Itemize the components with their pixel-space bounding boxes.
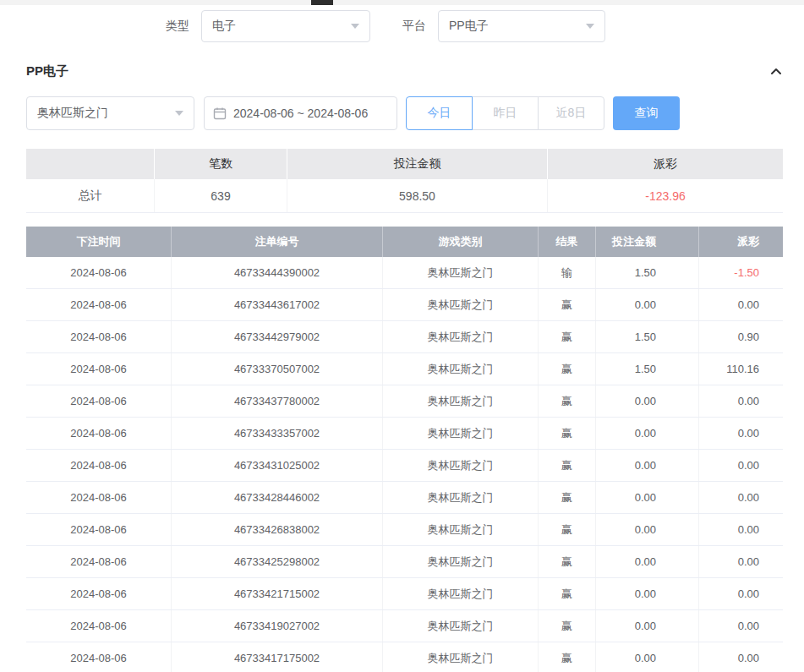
table-row: 2024-08-06 46733421715002 奥林匹斯之门 赢 0.00 … <box>26 578 783 610</box>
horizontal-scrollbar-thumb[interactable] <box>311 0 333 5</box>
cell-bet-time: 2024-08-06 <box>26 257 172 288</box>
cell-bet-amount: 0.00 <box>596 514 699 545</box>
cell-game-type: 奥林匹斯之门 <box>383 385 539 417</box>
main-content: PP电子 奥林匹斯之门 2024-08-06 ~ 2024-08-06 今日 昨… <box>0 63 804 672</box>
cell-result: 赢 <box>539 450 596 481</box>
platform-select-value: PP电子 <box>449 19 489 34</box>
cell-bet-time: 2024-08-06 <box>26 610 172 642</box>
cell-result: 赢 <box>539 546 596 577</box>
cell-result: 赢 <box>539 642 596 672</box>
cell-payout: 0.00 <box>699 289 783 320</box>
cell-game-type: 奥林匹斯之门 <box>383 610 539 642</box>
platform-label: 平台 <box>402 19 426 34</box>
cell-game-type: 奥林匹斯之门 <box>383 353 539 385</box>
cell-order-id: 46733425298002 <box>172 546 383 577</box>
search-button[interactable]: 查询 <box>613 96 680 130</box>
bet-table-body: 2024-08-06 46733444390002 奥林匹斯之门 输 1.50 … <box>26 257 783 672</box>
chevron-down-icon <box>586 24 594 29</box>
summary-total-row: 总计 639 598.50 -123.96 <box>26 179 783 213</box>
chevron-down-icon <box>175 111 183 116</box>
section-header: PP电子 <box>26 63 783 79</box>
cell-result: 赢 <box>539 514 596 545</box>
summary-table: 笔数 投注金额 派彩 总计 639 598.50 -123.96 <box>26 149 783 213</box>
today-button[interactable]: 今日 <box>406 96 473 130</box>
cell-result: 赢 <box>539 482 596 513</box>
platform-select[interactable]: PP电子 <box>438 10 605 42</box>
cell-result: 赢 <box>539 385 596 417</box>
cell-payout: 0.00 <box>699 418 783 449</box>
cell-bet-amount: 1.50 <box>596 321 699 352</box>
cell-bet-amount: 0.00 <box>596 450 699 481</box>
cell-payout: 0.00 <box>699 546 783 577</box>
cell-bet-time: 2024-08-06 <box>26 642 172 672</box>
cell-order-id: 46733437780002 <box>172 385 383 417</box>
cell-bet-amount: 1.50 <box>596 353 699 385</box>
cell-payout: 0.90 <box>699 321 783 352</box>
header-bet-time: 下注时间 <box>26 227 172 257</box>
cell-payout: 0.00 <box>699 642 783 672</box>
collapse-chevron-up-icon[interactable] <box>769 65 783 79</box>
cell-game-type: 奥林匹斯之门 <box>383 642 539 672</box>
cell-game-type: 奥林匹斯之门 <box>383 514 539 545</box>
bet-records-table: 下注时间 注单编号 游戏类别 结果 投注金额 派彩 2024-08-06 467… <box>26 227 783 672</box>
cell-result: 赢 <box>539 610 596 642</box>
summary-header-bet: 投注金额 <box>287 149 548 179</box>
cell-payout: 110.16 <box>699 353 783 385</box>
summary-payout-value: -123.96 <box>548 179 783 212</box>
table-row: 2024-08-06 46733425298002 奥林匹斯之门 赢 0.00 … <box>26 546 783 578</box>
cell-order-id: 46733417175002 <box>172 642 383 672</box>
cell-result: 赢 <box>539 321 596 352</box>
calendar-icon <box>213 107 227 120</box>
cell-order-id: 46733442979002 <box>172 321 383 352</box>
table-row: 2024-08-06 46733419027002 奥林匹斯之门 赢 0.00 … <box>26 610 783 642</box>
table-row: 2024-08-06 46733370507002 奥林匹斯之门 赢 1.50 … <box>26 353 783 385</box>
cell-bet-amount: 0.00 <box>596 289 699 320</box>
cell-order-id: 46733433357002 <box>172 418 383 449</box>
cell-game-type: 奥林匹斯之门 <box>383 546 539 577</box>
date-range-value: 2024-08-06 ~ 2024-08-06 <box>233 107 368 120</box>
table-row: 2024-08-06 46733433357002 奥林匹斯之门 赢 0.00 … <box>26 418 783 450</box>
cell-order-id: 46733421715002 <box>172 578 383 609</box>
top-filter-bar: 类型 电子 平台 PP电子 <box>166 0 804 42</box>
cell-payout: -1.50 <box>699 257 783 288</box>
date-range-input[interactable]: 2024-08-06 ~ 2024-08-06 <box>204 96 397 130</box>
cell-payout: 0.00 <box>699 450 783 481</box>
chevron-down-icon <box>351 24 359 29</box>
cell-order-id: 46733443617002 <box>172 289 383 320</box>
cell-order-id: 46733431025002 <box>172 450 383 481</box>
cell-bet-time: 2024-08-06 <box>26 578 172 609</box>
cell-order-id: 46733370507002 <box>172 353 383 385</box>
summary-header-payout: 派彩 <box>548 149 783 179</box>
type-label: 类型 <box>166 19 189 34</box>
type-select[interactable]: 电子 <box>201 10 370 42</box>
cell-order-id: 46733428446002 <box>172 482 383 513</box>
cell-bet-time: 2024-08-06 <box>26 353 172 385</box>
summary-bet-value: 598.50 <box>287 179 548 212</box>
summary-total-label: 总计 <box>26 179 155 212</box>
table-row: 2024-08-06 46733442979002 奥林匹斯之门 赢 1.50 … <box>26 321 783 353</box>
yesterday-button[interactable]: 昨日 <box>472 96 539 130</box>
game-select[interactable]: 奥林匹斯之门 <box>26 96 194 130</box>
header-result: 结果 <box>539 227 596 257</box>
cell-game-type: 奥林匹斯之门 <box>383 321 539 352</box>
cell-bet-amount: 0.00 <box>596 418 699 449</box>
cell-bet-amount: 0.00 <box>596 578 699 609</box>
cell-result: 输 <box>539 257 596 288</box>
cell-bet-amount: 0.00 <box>596 482 699 513</box>
cell-result: 赢 <box>539 353 596 385</box>
last-8-days-button[interactable]: 近8日 <box>538 96 604 130</box>
cell-game-type: 奥林匹斯之门 <box>383 578 539 609</box>
quick-date-button-group: 今日 昨日 近8日 <box>406 96 604 130</box>
cell-game-type: 奥林匹斯之门 <box>383 289 539 320</box>
cell-bet-time: 2024-08-06 <box>26 321 172 352</box>
cell-payout: 0.00 <box>699 578 783 609</box>
header-payout: 派彩 <box>699 227 783 257</box>
cell-game-type: 奥林匹斯之门 <box>383 418 539 449</box>
cell-order-id: 46733426838002 <box>172 514 383 545</box>
summary-header-count: 笔数 <box>155 149 287 179</box>
cell-bet-amount: 0.00 <box>596 642 699 672</box>
cell-bet-time: 2024-08-06 <box>26 385 172 417</box>
cell-result: 赢 <box>539 418 596 449</box>
cell-bet-amount: 0.00 <box>596 610 699 642</box>
cell-payout: 0.00 <box>699 385 783 417</box>
